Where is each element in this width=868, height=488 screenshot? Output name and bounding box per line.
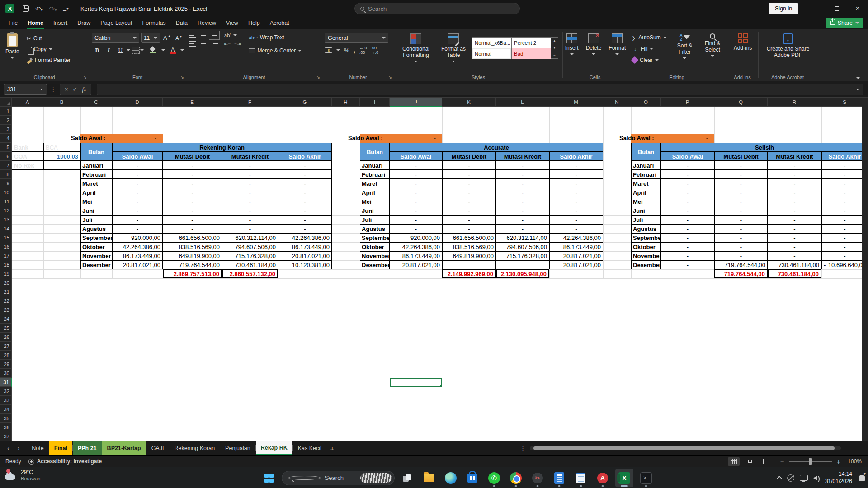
column-header-saldo-akhir-3[interactable]: Saldo Akhir bbox=[821, 152, 868, 161]
insert-cells-button[interactable]: Insert bbox=[562, 32, 581, 57]
row-header-22[interactable]: 22 bbox=[0, 296, 12, 305]
cell-E15[interactable]: 661.656.500,00 bbox=[163, 233, 222, 242]
info-value-bank[interactable]: BCA bbox=[43, 143, 80, 152]
row-header-20[interactable]: 20 bbox=[0, 278, 12, 287]
column-header-I[interactable]: I bbox=[360, 98, 390, 107]
cell-K12[interactable]: - bbox=[442, 206, 496, 215]
cell-F16[interactable]: 794.607.506,00 bbox=[222, 242, 278, 251]
sheet-tab-rekap-rk[interactable]: Rekap RK bbox=[256, 441, 292, 455]
cell-O18[interactable]: Desember bbox=[631, 260, 661, 269]
maximize-button[interactable] bbox=[826, 0, 847, 17]
row-header-15[interactable]: 15 bbox=[0, 233, 12, 242]
format-painter-button[interactable]: Format Painter bbox=[25, 55, 72, 65]
cell-D13[interactable]: - bbox=[112, 215, 163, 224]
red-app-button[interactable]: A bbox=[594, 469, 612, 487]
column-header-J[interactable]: J bbox=[390, 98, 442, 107]
cell-R15[interactable]: - bbox=[768, 233, 821, 242]
format-as-table-button[interactable]: Format as Table bbox=[439, 32, 468, 64]
cell-R13[interactable]: - bbox=[768, 215, 821, 224]
row-header-37[interactable]: 37 bbox=[0, 432, 12, 441]
cell-S18[interactable]: -10.696.640,00 bbox=[821, 260, 868, 269]
file-explorer-button[interactable] bbox=[420, 469, 438, 487]
row-header-26[interactable]: 26 bbox=[0, 333, 12, 342]
row-header-36[interactable]: 36 bbox=[0, 423, 12, 432]
column-header-R[interactable]: R bbox=[768, 98, 821, 107]
info-value-coa[interactable]: 1000.03 bbox=[43, 152, 80, 161]
cell-R12[interactable]: - bbox=[768, 206, 821, 215]
cell-J12[interactable]: - bbox=[390, 206, 442, 215]
cell-F11[interactable]: - bbox=[222, 197, 278, 206]
increase-indent-icon[interactable]: ≡⇥ bbox=[234, 42, 241, 47]
grow-font-button[interactable]: A▲ bbox=[162, 33, 172, 43]
cell-L7[interactable]: - bbox=[496, 161, 549, 170]
insert-function-icon[interactable]: fx bbox=[82, 86, 86, 93]
cell-M13[interactable]: - bbox=[549, 215, 603, 224]
cell-Q15[interactable]: - bbox=[714, 233, 768, 242]
cell-L10[interactable]: - bbox=[496, 188, 549, 197]
row-header-2[interactable]: 2 bbox=[0, 116, 12, 125]
sheet-tab-kas-kecil[interactable]: Kas Kecil bbox=[293, 441, 326, 455]
style-chip-normal-x6ba[interactable]: Normal_x6Ba... bbox=[472, 38, 511, 48]
cell-K11[interactable]: - bbox=[442, 197, 496, 206]
cell-P16[interactable]: - bbox=[661, 242, 714, 251]
cell-Q14[interactable]: - bbox=[714, 224, 768, 233]
info-value-no-rek[interactable] bbox=[43, 161, 80, 170]
cell-F17[interactable]: 715.176.328,00 bbox=[222, 251, 278, 260]
cell-C17[interactable]: November bbox=[80, 251, 112, 260]
cell-R11[interactable]: - bbox=[768, 197, 821, 206]
align-right-icon[interactable] bbox=[211, 41, 218, 47]
cell-I18[interactable]: Desember bbox=[360, 260, 390, 269]
cell-P9[interactable]: - bbox=[661, 179, 714, 188]
orientation-icon[interactable]: ab̸ bbox=[224, 33, 230, 38]
align-top-icon[interactable] bbox=[189, 33, 196, 38]
styles-gallery-scroll[interactable]: ▲▼≡ bbox=[551, 37, 558, 59]
cell-P11[interactable]: - bbox=[661, 197, 714, 206]
selected-cell-J31[interactable] bbox=[390, 378, 442, 387]
cell-J9[interactable]: - bbox=[390, 179, 442, 188]
zoom-slider[interactable] bbox=[789, 461, 832, 462]
cell-E10[interactable]: - bbox=[163, 188, 222, 197]
cell-Q16[interactable]: - bbox=[714, 242, 768, 251]
chevron-down-icon[interactable] bbox=[161, 49, 165, 51]
sheet-tab-rekening-koran[interactable]: Rekening Koran bbox=[169, 441, 220, 455]
cut-button[interactable]: ✂Cut bbox=[25, 33, 72, 43]
row-header-6[interactable]: 6 bbox=[0, 152, 12, 161]
cell-O7[interactable]: Januari bbox=[631, 161, 661, 170]
cell-D9[interactable]: - bbox=[112, 179, 163, 188]
cell-D12[interactable]: - bbox=[112, 206, 163, 215]
fill-color-button[interactable] bbox=[146, 45, 161, 55]
percent-style-icon[interactable]: % bbox=[344, 47, 349, 54]
cell-F10[interactable]: - bbox=[222, 188, 278, 197]
page-break-view-button[interactable] bbox=[760, 457, 772, 466]
row-header-14[interactable]: 14 bbox=[0, 224, 12, 233]
cell-M14[interactable]: - bbox=[549, 224, 603, 233]
cell-Q9[interactable]: - bbox=[714, 179, 768, 188]
cell-J8[interactable]: - bbox=[390, 170, 442, 179]
cell-S11[interactable]: - bbox=[821, 197, 868, 206]
row-header-29[interactable]: 29 bbox=[0, 360, 12, 369]
cell-J7[interactable]: - bbox=[390, 161, 442, 170]
column-header-P[interactable]: P bbox=[661, 98, 714, 107]
formula-bar-handle[interactable]: ⋮ bbox=[51, 86, 56, 93]
cell-J14[interactable]: - bbox=[390, 224, 442, 233]
info-label-no-rek[interactable]: No Rek bbox=[12, 161, 43, 170]
bold-button[interactable]: B bbox=[92, 45, 103, 55]
hidden-icons-chevron[interactable] bbox=[776, 475, 783, 482]
total-debit-2[interactable]: 2.149.992.969,00 bbox=[442, 269, 496, 278]
cell-G10[interactable]: - bbox=[278, 188, 332, 197]
table-title-1[interactable]: Rekening Koran bbox=[112, 143, 332, 152]
tab-bar-more-icon[interactable]: ⋮ bbox=[520, 441, 526, 455]
cell-K9[interactable]: - bbox=[442, 179, 496, 188]
cell-Q17[interactable]: - bbox=[714, 251, 768, 260]
cell-I15[interactable]: September bbox=[360, 233, 390, 242]
column-header-C[interactable]: C bbox=[80, 98, 112, 107]
column-header-B[interactable]: B bbox=[43, 98, 80, 107]
cell-E11[interactable]: - bbox=[163, 197, 222, 206]
cell-R8[interactable]: - bbox=[768, 170, 821, 179]
cell-O10[interactable]: April bbox=[631, 188, 661, 197]
cell-Q7[interactable]: - bbox=[714, 161, 768, 170]
cell-M17[interactable]: 20.817.021,00 bbox=[549, 251, 603, 260]
sheet-tab-note[interactable]: Note bbox=[27, 441, 48, 455]
cell-O9[interactable]: Maret bbox=[631, 179, 661, 188]
comma-style-icon[interactable]: , bbox=[354, 46, 355, 54]
